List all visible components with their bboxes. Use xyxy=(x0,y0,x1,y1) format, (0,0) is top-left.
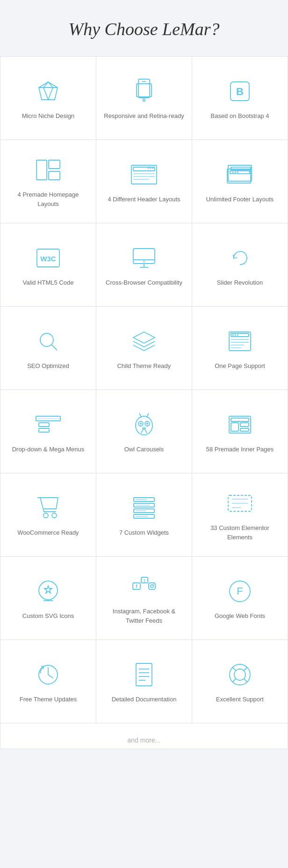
svg-point-33 xyxy=(144,261,145,262)
cell-label-childtheme: Child Theme Ready xyxy=(117,361,171,371)
cell-label-fonts: Google Web Fonts xyxy=(215,611,265,621)
bootstrap-icon: B xyxy=(226,78,253,105)
cell-label-onepage: One Page Support xyxy=(215,361,265,371)
svg-point-62 xyxy=(52,513,57,518)
svg-marker-0 xyxy=(39,82,58,100)
svg-line-94 xyxy=(232,667,236,671)
cell-label-html5: Valid HTML5 Code xyxy=(23,278,74,287)
cell-label-footer: Unlimited Footer Layouts xyxy=(206,195,274,204)
cell-label-elementor: 33 Custom Elementor Elements xyxy=(200,523,280,542)
diamond-icon xyxy=(35,78,62,105)
social-icon: f t xyxy=(130,573,158,600)
monitor-icon xyxy=(130,244,158,272)
features-grid: Micro Niche Design Responsive and Retina… xyxy=(0,56,288,723)
refresh-icon xyxy=(226,244,253,272)
svg-point-50 xyxy=(136,416,152,435)
cell-label-header: 4 Different Header Layouts xyxy=(108,195,180,204)
updates-icon xyxy=(35,661,62,688)
cell-onepage: One Page Support xyxy=(192,307,288,390)
cell-feeds: f t Instagram, Facebook & Twitter Feeds xyxy=(96,557,192,640)
cell-bootstrap: B Based on Bootstrap 4 xyxy=(192,57,288,140)
svg-rect-87 xyxy=(136,663,152,686)
cell-slider: Slider Revolution xyxy=(192,223,288,307)
cell-seo: SEO Optimized xyxy=(0,307,96,390)
and-more: and more... xyxy=(0,723,288,749)
widgets-icon xyxy=(130,494,158,522)
svg-rect-81 xyxy=(149,583,155,589)
cell-svg: Custom SVG Icons xyxy=(0,557,96,640)
cell-widgets: 7 Custom Widgets xyxy=(96,473,192,557)
svg-rect-11 xyxy=(49,171,60,180)
cell-innerpages: 58 Premade Inner Pages xyxy=(192,390,288,473)
svg-rect-21 xyxy=(231,167,251,170)
svg-text:F: F xyxy=(237,585,243,597)
homepage-icon xyxy=(35,156,62,184)
html5-icon: W3C xyxy=(35,244,62,272)
svg-point-39 xyxy=(232,334,234,336)
svg-point-14 xyxy=(148,167,149,169)
svg-rect-38 xyxy=(231,333,249,337)
svg-line-96 xyxy=(232,678,236,682)
header-icon xyxy=(130,161,158,188)
svg-point-34 xyxy=(40,333,53,346)
cell-label-micro-niche: Micro Niche Design xyxy=(22,111,75,121)
cell-label-woocommerce: WooCommerce Ready xyxy=(17,528,79,537)
svg-point-15 xyxy=(150,167,151,169)
svg-line-35 xyxy=(51,345,57,350)
svg-point-16 xyxy=(152,167,154,169)
page-title: Why Choose LeMar? xyxy=(0,19,288,39)
cell-label-dropdown: Drop-down & Mega Menus xyxy=(12,445,85,454)
mobile-icon xyxy=(130,78,158,105)
cell-docs: Detailed Documentation xyxy=(96,640,192,723)
cell-label-owl: Owl Carousels xyxy=(124,445,164,454)
svg-text:t: t xyxy=(144,578,145,583)
svg-rect-48 xyxy=(39,428,49,432)
svg-rect-3 xyxy=(138,79,150,98)
svg-text:f: f xyxy=(136,584,137,589)
dropdown-icon xyxy=(35,411,62,438)
cell-dropdown: Drop-down & Mega Menus xyxy=(0,390,96,473)
cell-fonts: F Google Web Fonts xyxy=(192,557,288,640)
svg-rect-60 xyxy=(240,428,249,431)
elementor-icon xyxy=(226,490,253,517)
cell-crossbrowser: Cross-Browser Compatibility xyxy=(96,223,192,307)
svg-line-97 xyxy=(244,678,247,682)
cell-childtheme: Child Theme Ready xyxy=(96,307,192,390)
cell-html5: W3C Valid HTML5 Code xyxy=(0,223,96,307)
fonts-icon: F xyxy=(226,578,253,605)
cell-label-crossbrowser: Cross-Browser Compatibility xyxy=(106,278,182,287)
svg-point-82 xyxy=(151,585,153,588)
cell-header: 4 Different Header Layouts xyxy=(96,140,192,223)
svg-marker-1 xyxy=(43,82,53,100)
svg-rect-9 xyxy=(36,160,47,180)
svg-rect-13 xyxy=(133,167,155,171)
cell-footer: Unlimited Footer Layouts xyxy=(192,140,288,223)
svgicons-icon xyxy=(35,578,62,605)
cell-elementor: 33 Custom Elementor Elements xyxy=(192,473,288,557)
svg-rect-47 xyxy=(39,423,49,427)
cell-label-homepage: 4 Premade Homepage Layouts xyxy=(8,190,88,208)
cell-homepage: 4 Premade Homepage Layouts xyxy=(0,140,96,223)
cell-label-responsive: Responsive and Retina-ready xyxy=(104,111,184,121)
cell-micro-niche: Micro Niche Design xyxy=(0,57,96,140)
svg-text:W3C: W3C xyxy=(40,255,56,263)
cell-label-support: Excellent Support xyxy=(216,695,264,704)
svg-rect-10 xyxy=(49,160,60,169)
cart-icon xyxy=(35,494,62,522)
layers-icon xyxy=(130,328,158,355)
search-icon xyxy=(35,328,62,355)
svg-line-95 xyxy=(244,667,247,671)
innerpages-icon xyxy=(226,411,253,438)
onepage-icon xyxy=(226,328,253,355)
docs-icon xyxy=(130,661,158,688)
svg-marker-36 xyxy=(133,332,155,343)
svg-rect-56 xyxy=(229,416,251,433)
svg-text:B: B xyxy=(236,86,244,97)
svg-marker-55 xyxy=(143,427,145,428)
cell-label-svg: Custom SVG Icons xyxy=(22,611,74,621)
cell-label-widgets: 7 Custom Widgets xyxy=(119,528,169,537)
cell-label-slider: Slider Revolution xyxy=(217,278,263,287)
svg-point-26 xyxy=(237,171,238,173)
svg-point-25 xyxy=(235,171,236,173)
svg-point-40 xyxy=(235,334,236,336)
